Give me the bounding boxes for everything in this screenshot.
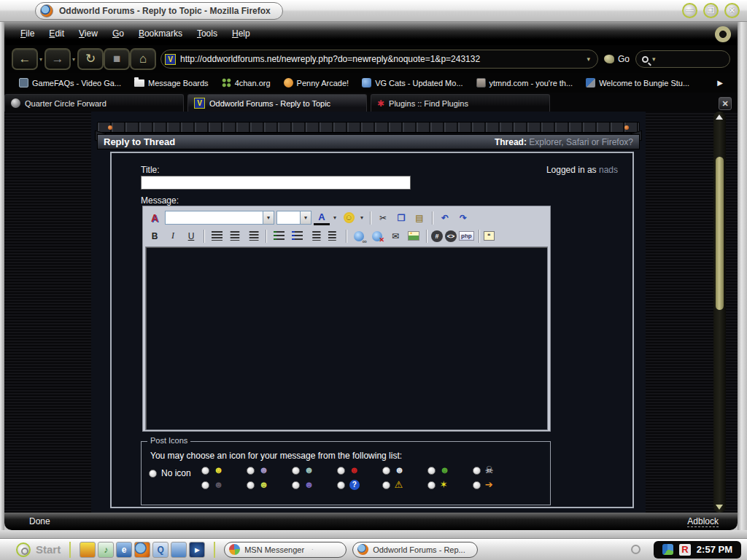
post-icon-option[interactable]: ☻	[337, 465, 365, 475]
post-icon-option[interactable]: ✶	[427, 480, 455, 490]
wrap-php-button[interactable]: php	[459, 231, 474, 241]
back-dropdown-icon[interactable]: ▾	[39, 56, 42, 63]
align-left-icon[interactable]	[212, 231, 222, 241]
bold-button[interactable]: B	[147, 229, 163, 244]
wmp-icon[interactable]: ▸	[189, 542, 205, 558]
chevron-down-icon[interactable]: ▾	[263, 211, 274, 224]
post-icon-option[interactable]: ⚠	[382, 480, 410, 490]
menu-go[interactable]: Go	[107, 26, 130, 41]
show-hidden-icons-button[interactable]	[631, 545, 640, 554]
go-button[interactable]: Go	[604, 54, 630, 64]
post-icon-radio[interactable]	[427, 481, 436, 489]
post-icon-radio[interactable]	[382, 467, 390, 475]
menu-bookmarks[interactable]: Bookmarks	[133, 26, 188, 41]
insert-image-icon[interactable]	[408, 231, 419, 241]
firefox-icon[interactable]	[134, 542, 150, 558]
bookmark-gamefaqs[interactable]: GameFAQs - Video Ga...	[19, 78, 121, 88]
close-tab-button[interactable]: ✕	[719, 97, 732, 110]
align-center-icon[interactable]	[230, 231, 241, 241]
outdent-icon[interactable]	[310, 231, 321, 241]
forward-dropdown-icon[interactable]: ▾	[72, 56, 75, 63]
bookmark-message-boards[interactable]: Message Boards	[134, 79, 209, 88]
remove-format-button[interactable]: A	[147, 211, 163, 225]
post-icon-option[interactable]: ☻	[201, 465, 229, 475]
itunes-icon[interactable]: ♪	[98, 542, 114, 558]
paste-button[interactable]: ▤	[411, 211, 427, 225]
align-right-icon[interactable]	[248, 231, 259, 241]
wrap-html-button[interactable]: <>	[445, 230, 457, 242]
scroll-up-icon[interactable]	[716, 114, 723, 120]
search-bar[interactable]: ▾	[635, 50, 730, 68]
post-icon-option[interactable]: ☻	[292, 465, 320, 475]
smilies-dropdown-icon[interactable]: ▾	[360, 214, 363, 221]
wrap-quote-button[interactable]: ❝	[484, 231, 495, 241]
post-icon-option[interactable]: ?	[337, 480, 365, 490]
post-icon-radio[interactable]	[473, 467, 481, 475]
search-engine-dropdown-icon[interactable]: ▾	[652, 55, 656, 63]
scroll-down-icon[interactable]	[716, 505, 723, 510]
size-select[interactable]: ▾	[276, 211, 311, 225]
taskbar-button-oddworld[interactable]: Oddworld Forums - Rep...	[352, 542, 478, 558]
bookmark-penny-arcade[interactable]: Penny Arcade!	[284, 78, 349, 88]
post-icon-radio[interactable]	[247, 467, 255, 475]
menu-tools[interactable]: Tools	[191, 26, 223, 41]
url-input[interactable]: http://oddworldforums.net/newreply.php?d…	[180, 54, 582, 64]
taskbar-button-msn[interactable]: MSN Messenger ·	[224, 542, 347, 558]
restore-button[interactable]: ❐	[703, 3, 719, 18]
cut-button[interactable]: ✂	[375, 211, 391, 225]
post-icon-radio[interactable]	[337, 481, 345, 489]
minimize-button[interactable]: —	[682, 3, 697, 18]
chevron-down-icon[interactable]: ▾	[300, 211, 311, 224]
ordered-list-icon[interactable]	[274, 231, 285, 241]
post-icon-option[interactable]: ➔	[473, 480, 500, 490]
aim-icon[interactable]	[80, 542, 96, 558]
post-icon-option[interactable]: ☻	[292, 480, 320, 490]
stop-button[interactable]: ■	[104, 48, 130, 70]
post-icon-radio[interactable]	[292, 467, 300, 475]
indent-icon[interactable]	[328, 231, 339, 241]
tab-quarter-circle-forward[interactable]: Quarter Circle Forward	[4, 94, 184, 112]
bullet-list-icon[interactable]	[292, 231, 303, 241]
underline-button[interactable]: U	[183, 229, 199, 244]
font-select[interactable]: ▾	[165, 211, 274, 225]
font-color-button[interactable]: A	[314, 211, 330, 225]
post-icon-option[interactable]: ☻	[247, 465, 274, 475]
no-icon-radio[interactable]	[149, 470, 157, 478]
post-icon-radio[interactable]	[337, 467, 345, 475]
smilies-button[interactable]: ☺	[344, 212, 355, 223]
insert-link-icon[interactable]	[354, 231, 364, 241]
forward-button[interactable]: →	[44, 48, 71, 70]
scrollbar-thumb[interactable]	[716, 157, 724, 310]
reload-button[interactable]: ↻	[77, 48, 104, 70]
ie-icon[interactable]: e	[116, 542, 132, 558]
url-bar[interactable]: V http://oddworldforums.net/newreply.php…	[160, 50, 598, 69]
copy-button[interactable]: ❐	[393, 211, 409, 225]
italic-button[interactable]: I	[165, 229, 181, 244]
messenger-icon[interactable]	[171, 542, 187, 558]
adblock-button[interactable]: Adblock	[687, 516, 719, 527]
menu-help[interactable]: Help	[226, 26, 256, 41]
menu-edit[interactable]: Edit	[43, 26, 70, 41]
quicktime-icon[interactable]: Q	[152, 542, 169, 558]
bookmark-bungie[interactable]: Welcome to Bungie Stu...	[586, 78, 689, 88]
bookmark-4chan[interactable]: 4chan.org	[222, 78, 271, 88]
post-icon-option[interactable]: ☻	[247, 480, 274, 490]
post-icon-radio[interactable]	[292, 481, 300, 489]
post-icon-option[interactable]: ☻	[201, 480, 229, 490]
post-icon-radio[interactable]	[473, 481, 481, 489]
insert-email-button[interactable]: ✉	[387, 229, 403, 244]
vertical-scrollbar[interactable]	[713, 112, 726, 513]
color-dropdown-icon[interactable]: ▾	[333, 214, 336, 221]
message-textarea[interactable]	[145, 246, 548, 430]
menu-file[interactable]: File	[15, 26, 40, 41]
bookmarks-overflow-icon[interactable]: ▶	[717, 79, 723, 87]
post-icon-radio[interactable]	[247, 481, 255, 489]
wrap-code-button[interactable]: #	[431, 230, 443, 242]
undo-button[interactable]: ↶	[437, 211, 453, 225]
redo-button[interactable]: ↷	[455, 211, 471, 225]
post-icon-radio[interactable]	[382, 481, 390, 489]
post-icon-radio[interactable]	[201, 481, 209, 489]
messenger-tray-icon[interactable]	[662, 544, 673, 555]
tab-oddworld-forums[interactable]: V Oddworld Forums - Reply to Topic	[187, 94, 367, 112]
remove-link-icon[interactable]	[372, 231, 382, 241]
